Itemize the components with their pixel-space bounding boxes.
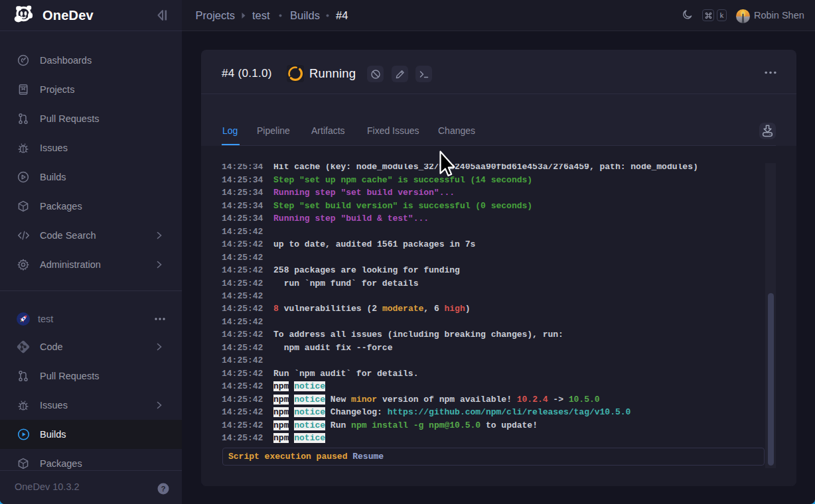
- svg-text:?: ?: [161, 485, 165, 493]
